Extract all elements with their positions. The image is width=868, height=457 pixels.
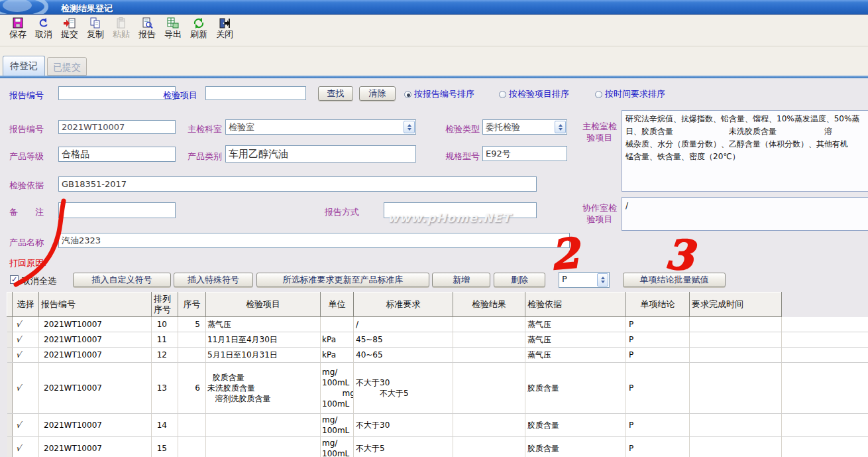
inspect-basis-input[interactable] <box>58 176 537 192</box>
cell-seq_no[interactable] <box>178 332 206 348</box>
table-row[interactable]: √2021WT10007125月1日至10月31日kPa40~65蒸气压P <box>7 348 868 363</box>
cell-std_req[interactable]: 不大于5 <box>354 437 453 457</box>
cell-select[interactable]: √ <box>13 437 39 457</box>
cell-report_no[interactable]: 2021WT10007 <box>39 414 152 437</box>
cell-std_req[interactable]: 40~65 <box>354 348 453 363</box>
report-button[interactable]: 报告 <box>135 16 160 45</box>
cell-seq_no[interactable]: 6 <box>178 363 206 414</box>
cell-report_no[interactable]: 2021WT10007 <box>39 317 152 332</box>
delete-button[interactable]: 删除 <box>494 273 545 287</box>
table-row[interactable]: √2021WT1000715mg/ 100mL不大于5胶质含量P <box>7 437 868 457</box>
cell-basis[interactable]: 蒸气压 <box>525 317 626 332</box>
cell-conclusion[interactable]: P <box>626 332 690 348</box>
sort-by-report-no-radio[interactable]: 按报告编号排序 <box>404 88 474 100</box>
cell-conclusion[interactable]: P <box>626 317 690 332</box>
cell-std_req[interactable]: / <box>354 317 453 332</box>
column-header-unit[interactable]: 单位 <box>321 293 354 317</box>
cell-seq_no[interactable] <box>178 414 206 437</box>
cell-select[interactable]: √ <box>13 363 39 414</box>
main-items-panel[interactable]: 研究法辛烷值、抗爆指数、铅含量、馏程、10%蒸发温度、50%蒸 日、胶质含量 未… <box>622 110 868 192</box>
cell-select[interactable]: √ <box>13 348 39 363</box>
cell-select[interactable]: √ <box>13 414 39 437</box>
cell-conclusion[interactable]: P <box>626 414 690 437</box>
cell-basis[interactable]: 蒸气压 <box>525 332 626 348</box>
remark-input[interactable] <box>58 202 176 218</box>
table-row[interactable]: √2021WT1000714mg/ 100mL不大于30胶质含量P <box>7 414 868 437</box>
column-header-result[interactable]: 检验结果 <box>453 293 525 317</box>
cell-arrange_no[interactable]: 12 <box>152 348 178 363</box>
cell-arrange_no[interactable]: 13 <box>152 363 178 414</box>
column-header-due[interactable]: 要求完成时间 <box>690 293 782 317</box>
column-header-arrange_no[interactable]: 排列 序号 <box>152 293 178 317</box>
cell-arrange_no[interactable]: 11 <box>152 332 178 348</box>
cell-seq_no[interactable]: 5 <box>178 317 206 332</box>
cell-unit[interactable]: kPa <box>321 332 354 348</box>
refresh-button[interactable]: 刷新 <box>186 16 211 45</box>
cell-basis[interactable]: 胶质含量 <box>525 437 626 457</box>
conclusion-combo[interactable]: P <box>559 272 610 288</box>
cell-select[interactable]: √ <box>13 317 39 332</box>
insert-custom-symbol-button[interactable]: 插入自定义符号 <box>73 273 171 287</box>
cell-item[interactable] <box>206 437 321 457</box>
spinner-icon[interactable] <box>555 121 566 133</box>
column-header-seq_no[interactable]: 序号 <box>178 293 206 317</box>
add-button[interactable]: 新增 <box>432 273 490 287</box>
cell-conclusion[interactable]: P <box>626 348 690 363</box>
column-header-item[interactable]: 检验项目 <box>206 293 321 317</box>
cell-unit[interactable]: kPa <box>321 348 354 363</box>
cell-std_req[interactable]: 不大于30 <box>354 414 453 437</box>
column-header-report_no[interactable]: 报告编号 <box>39 293 152 317</box>
cell-report_no[interactable]: 2021WT10007 <box>39 437 152 457</box>
cell-due[interactable] <box>690 414 782 437</box>
uncheck-all-checkbox[interactable]: ✓ <box>10 275 19 284</box>
cell-arrange_no[interactable]: 14 <box>152 414 178 437</box>
export-button[interactable]: 导出 <box>160 16 186 45</box>
tab-submitted[interactable]: 已提交 <box>47 57 87 76</box>
insert-special-symbol-button[interactable]: 插入特殊符号 <box>174 273 253 287</box>
find-button[interactable]: 查找 <box>318 86 353 101</box>
cell-unit[interactable]: mg/ 100mL <box>321 437 354 457</box>
report-no-input[interactable] <box>58 120 176 134</box>
collab-items-panel[interactable]: / <box>622 197 868 231</box>
search-report-no-input[interactable] <box>58 86 176 100</box>
cell-basis[interactable]: 胶质含量 <box>525 363 626 414</box>
cell-item[interactable]: 11月1日至4月30日 <box>206 332 321 348</box>
table-row[interactable]: √2021WT10007105蒸气压/蒸气压P <box>7 317 868 332</box>
table-row[interactable]: √2021WT10007136 胶质含量 未洗胶质含量 溶剂洗胶质含量mg/ 1… <box>7 363 868 414</box>
radio-dot[interactable] <box>595 91 602 98</box>
cell-report_no[interactable]: 2021WT10007 <box>39 348 152 363</box>
cell-due[interactable] <box>690 437 782 457</box>
cell-result[interactable] <box>453 437 525 457</box>
product-name-input[interactable] <box>58 233 570 248</box>
cell-select[interactable]: √ <box>13 332 39 348</box>
cell-std_req[interactable]: 45~85 <box>354 332 453 348</box>
cell-basis[interactable]: 蒸气压 <box>525 348 626 363</box>
cell-result[interactable] <box>453 414 525 437</box>
cell-seq_no[interactable] <box>178 348 206 363</box>
cell-conclusion[interactable]: P <box>626 363 690 414</box>
spinner-icon[interactable] <box>597 273 608 287</box>
cell-seq_no[interactable] <box>178 437 206 457</box>
cell-item[interactable]: 5月1日至10月31日 <box>206 348 321 363</box>
copy-button[interactable]: 复制 <box>83 16 108 45</box>
cell-unit[interactable] <box>321 317 354 332</box>
sort-by-item-radio[interactable]: 按检验项目排序 <box>499 88 569 100</box>
tab-pending[interactable]: 待登记 <box>3 56 45 76</box>
column-header-basis[interactable]: 检验依据 <box>525 293 626 317</box>
clear-button[interactable]: 清除 <box>359 86 396 101</box>
cell-result[interactable] <box>453 332 525 348</box>
inspect-type-combo[interactable]: 委托检验 <box>482 119 567 135</box>
cell-arrange_no[interactable]: 10 <box>152 317 178 332</box>
cell-arrange_no[interactable]: 15 <box>152 437 178 457</box>
cell-std_req[interactable]: 不大于30 不大于5 <box>354 363 453 414</box>
update-standard-button[interactable]: 所选标准要求更新至产品标准库 <box>256 273 429 287</box>
cell-conclusion[interactable]: P <box>626 437 690 457</box>
cell-report_no[interactable]: 2021WT10007 <box>39 363 152 414</box>
cell-result[interactable] <box>453 348 525 363</box>
main-dept-combo[interactable]: 检验室 <box>225 119 416 135</box>
product-grade-input[interactable] <box>58 147 176 162</box>
cell-basis[interactable]: 胶质含量 <box>525 414 626 437</box>
cell-item[interactable] <box>206 414 321 437</box>
cell-due[interactable] <box>690 317 782 332</box>
column-header-conclusion[interactable]: 单项结论 <box>626 293 690 317</box>
